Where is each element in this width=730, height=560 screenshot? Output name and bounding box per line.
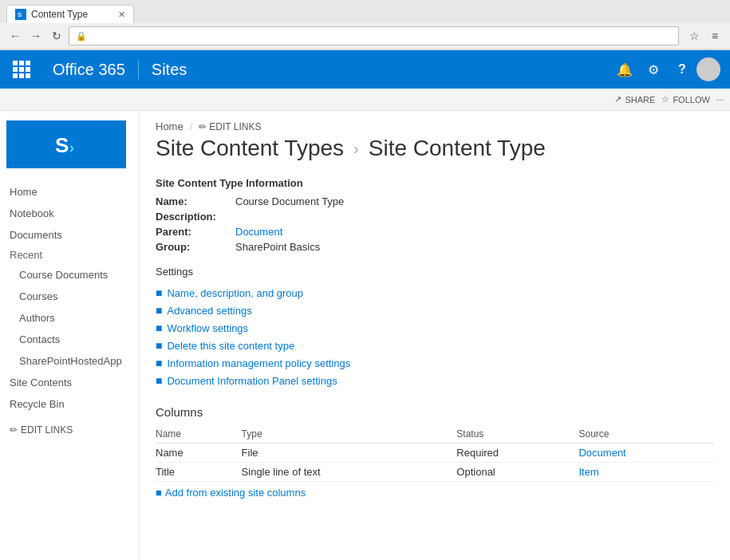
col-name-1: Name	[156, 444, 242, 463]
help-button[interactable]: ?	[668, 55, 696, 84]
add-icon: ■	[156, 487, 162, 499]
refresh-button[interactable]: ↻	[48, 27, 65, 45]
settings-link-advanced[interactable]: ■ Advanced settings	[156, 302, 714, 319]
columns-header-row: Name Type Status Source	[156, 425, 714, 444]
col-header-type: Type	[242, 425, 457, 444]
active-tab[interactable]: S Content Type ✕	[6, 5, 134, 23]
sidebar-item-authors[interactable]: Authors	[6, 307, 132, 329]
address-bar[interactable]: https://	[90, 30, 672, 41]
pencil-icon: ✏	[10, 424, 18, 436]
settings-link-document-panel[interactable]: ■ Document Information Panel settings	[156, 372, 714, 389]
edit-links-top-label: EDIT LINKS	[209, 121, 261, 132]
settings-button[interactable]: ⚙	[639, 55, 668, 84]
follow-label: FOLLOW	[673, 95, 709, 105]
sidebar-item-documents[interactable]: Documents	[6, 224, 132, 246]
recycle-bin-link[interactable]: Recycle Bin	[6, 396, 132, 412]
parent-link[interactable]: Document	[235, 226, 282, 238]
columns-title: Columns	[156, 405, 714, 419]
home-link[interactable]: Home	[6, 184, 132, 199]
sidebar-item-sharepoint-hosted-app[interactable]: SharePointHostedApp	[6, 350, 132, 372]
source-link-2[interactable]: Item	[578, 466, 598, 478]
site-logo: S ›	[6, 120, 126, 168]
settings-link-name-description[interactable]: ■ Name, description, and group	[156, 284, 714, 302]
page-title-part2: Site Content Type	[369, 136, 546, 161]
forward-button[interactable]: →	[27, 27, 45, 45]
settings-link-label-4: Delete this site content type	[167, 340, 294, 352]
sharepoint-hosted-app-link[interactable]: SharePointHostedApp	[6, 353, 132, 369]
settings-title: Settings	[156, 266, 714, 278]
svg-text:S: S	[18, 11, 22, 18]
settings-link-label-6: Document Information Panel settings	[167, 375, 337, 387]
sidebar-item-home[interactable]: Home	[6, 181, 132, 203]
add-from-existing-link[interactable]: ■ Add from existing site columns	[156, 487, 714, 499]
table-row: Title Single line of text Optional Item	[156, 463, 714, 482]
sharepoint-logo: S ›	[46, 124, 86, 164]
col-source-1: Document	[578, 444, 714, 463]
sidebar-item-courses[interactable]: Courses	[6, 286, 132, 307]
sidebar: S › Home Notebook Documents Recent Cours…	[0, 111, 140, 560]
recent-label: Recent	[6, 247, 45, 262]
sidebar-item-site-contents[interactable]: Site Contents	[6, 372, 132, 393]
breadcrumb: Home / ✏ EDIT LINKS	[156, 111, 714, 136]
notification-button[interactable]: 🔔	[610, 55, 639, 84]
columns-table-body: Name File Required Document Title Single…	[156, 444, 714, 482]
settings-link-workflow[interactable]: ■ Workflow settings	[156, 319, 714, 337]
documents-link[interactable]: Documents	[6, 227, 132, 243]
settings-links: ■ Name, description, and group ■ Advance…	[156, 284, 714, 389]
breadcrumb-home[interactable]: Home	[156, 120, 183, 132]
bullet-icon-5: ■	[156, 357, 162, 369]
tab-close-button[interactable]: ✕	[118, 10, 125, 20]
share-button[interactable]: ↗ SHARE	[614, 94, 655, 105]
edit-icon: ✏	[199, 121, 207, 132]
sidebar-item-notebook[interactable]: Notebook	[6, 203, 132, 224]
sidebar-item-recycle-bin[interactable]: Recycle Bin	[6, 393, 132, 415]
parent-label: Parent:	[156, 226, 235, 238]
settings-link-label-2: Advanced settings	[167, 305, 251, 317]
description-row: Description:	[156, 211, 714, 223]
col-status-2: Optional	[456, 463, 578, 482]
contacts-link[interactable]: Contacts	[6, 332, 132, 347]
col-type-1: File	[242, 444, 457, 463]
settings-icon: ⚙	[648, 62, 659, 77]
tab-title: Content Type	[31, 9, 88, 20]
sidebar-item-contacts[interactable]: Contacts	[6, 329, 132, 350]
back-button[interactable]: ←	[6, 27, 24, 45]
settings-link-delete[interactable]: ■ Delete this site content type	[156, 337, 714, 354]
name-row: Name: Course Document Type	[156, 195, 714, 207]
bullet-icon-3: ■	[156, 321, 162, 334]
bookmark-button[interactable]: ☆	[685, 27, 703, 45]
notebook-link[interactable]: Notebook	[6, 206, 132, 221]
edit-links-top[interactable]: ✏ EDIT LINKS	[199, 121, 261, 132]
site-contents-link[interactable]: Site Contents	[6, 375, 132, 390]
course-documents-link[interactable]: Course Documents	[6, 267, 132, 282]
user-avatar[interactable]	[696, 57, 720, 81]
col-header-name: Name	[156, 425, 242, 444]
authors-link[interactable]: Authors	[6, 310, 132, 325]
bullet-icon-6: ■	[156, 374, 162, 387]
bullet-icon-1: ■	[156, 286, 162, 299]
follow-button[interactable]: ☆ FOLLOW	[661, 94, 709, 105]
settings-section: Settings ■ Name, description, and group …	[156, 266, 714, 389]
menu-button[interactable]: ≡	[706, 27, 724, 45]
waffle-button[interactable]	[10, 57, 34, 81]
add-link-label: Add from existing site columns	[165, 487, 306, 499]
bullet-icon-4: ■	[156, 339, 162, 352]
svg-text:›: ›	[69, 140, 74, 156]
name-value: Course Document Type	[235, 195, 344, 207]
source-link-1[interactable]: Document	[578, 447, 625, 459]
more-button[interactable]: ···	[716, 95, 724, 105]
settings-link-information-management[interactable]: ■ Information management policy settings	[156, 354, 714, 372]
settings-link-label-1: Name, description, and group	[167, 287, 303, 299]
col-status-1: Required	[456, 444, 578, 463]
columns-table: Name Type Status Source Name File Requir…	[156, 425, 714, 482]
sidebar-item-course-documents[interactable]: Course Documents	[6, 264, 132, 286]
help-icon: ?	[678, 62, 686, 77]
sidebar-edit-links[interactable]: ✏ EDIT LINKS	[6, 424, 132, 436]
col-header-status: Status	[456, 425, 578, 444]
parent-value: Document	[235, 226, 282, 238]
edit-links-label: EDIT LINKS	[21, 424, 73, 436]
svg-text:S: S	[55, 133, 69, 157]
courses-link[interactable]: Courses	[6, 289, 132, 304]
waffle-icon	[13, 61, 30, 78]
breadcrumb-separator: /	[190, 120, 193, 132]
